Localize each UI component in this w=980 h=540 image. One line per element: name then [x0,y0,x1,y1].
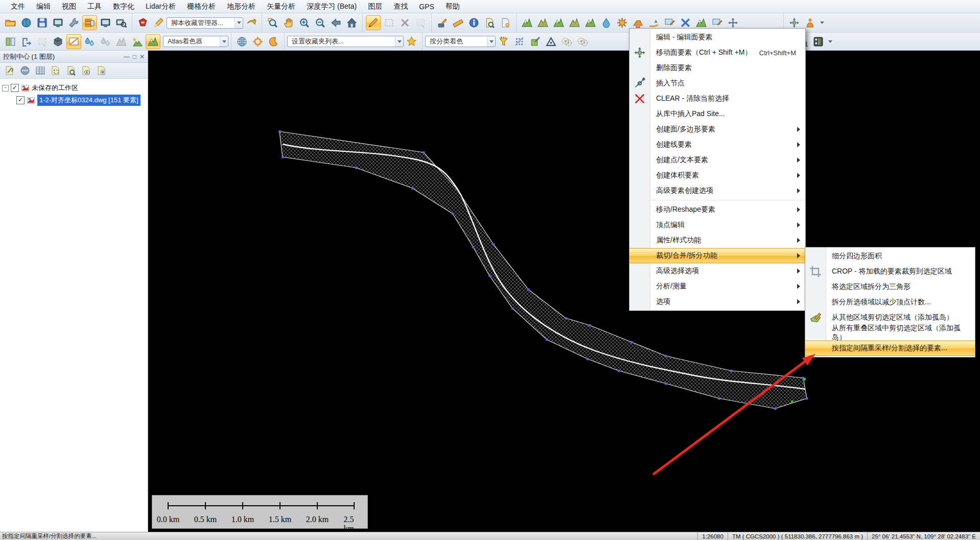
terrain-gray-button[interactable] [114,34,129,49]
view-3d-button[interactable] [51,34,65,49]
screen-capture-button[interactable] [114,15,129,30]
tin-triangle-button[interactable] [544,34,558,49]
measure-button[interactable] [451,15,465,30]
root-checkbox[interactable]: ✓ [11,84,19,92]
terrain-dashed-button[interactable] [567,15,582,30]
feature-info-button[interactable] [466,15,481,30]
config-button[interactable] [66,15,81,30]
menu-raster[interactable]: 栅格分析 [181,1,221,13]
terrain-contour-button[interactable] [535,15,550,30]
zoom-out-button[interactable] [313,15,328,30]
ctx-item-vertex-edit[interactable]: 顶点编辑 [629,217,805,233]
ctx-item-attribute-style[interactable]: 属性/样式功能 [629,233,805,248]
grid-select-button[interactable] [512,34,527,49]
shader-combo[interactable]: Atlas着色器 [163,36,228,47]
menu-digitize[interactable]: 数字化 [107,1,140,13]
ctx-item-move-reshape[interactable]: 移动/Reshape要素 [629,202,805,217]
workspace-button[interactable] [51,15,65,30]
layer-zoom-button[interactable] [64,64,78,77]
paste-ghost-button[interactable] [413,15,428,30]
tree-root-row[interactable]: − ✓ 未保存的工作区 [2,82,146,94]
color-picker-button[interactable] [528,34,543,49]
toolbar-overflow-icon[interactable] [819,16,825,30]
menu-search[interactable]: 查找 [388,1,413,13]
ctx-item-pad-site[interactable]: 从库中插入Pad Site... [629,106,805,122]
zoom-rect-button[interactable] [265,15,280,30]
previous-view-button[interactable] [329,15,343,30]
sun-shading-button[interactable] [615,15,629,30]
terrain-view-button[interactable] [146,34,160,49]
layer-checkbox[interactable]: ✓ [16,96,25,104]
tree-expander-icon[interactable]: − [2,85,9,92]
projection-gear-button[interactable] [250,34,265,49]
watershed-button[interactable] [599,15,614,30]
favorite-star-button[interactable] [404,34,419,49]
menu-view[interactable]: 视图 [56,1,82,13]
ctx-item-clear[interactable]: CLEAR - 清除当前选择 [629,91,805,106]
menu-vector[interactable]: 矢量分析 [261,1,301,13]
menu-help[interactable]: 帮助 [440,1,465,13]
ctx-item-advanced-selection[interactable]: 高级选择选项 [629,263,805,279]
classify-combo[interactable]: 按分类着色 [425,36,496,47]
sub-item-cut-from-other[interactable]: 从其他区域剪切选定区域（添加孤岛） [805,310,975,325]
more-options-button[interactable] [18,64,32,77]
menu-lidar[interactable]: Lidar分析 [140,1,181,13]
ctx-item-insert-node[interactable]: 插入节点 [629,76,805,91]
sub-item-cut-from-overlapping[interactable]: 从所有重叠区域中剪切选定区域（添加孤岛） [805,325,975,341]
script-run-button[interactable] [244,15,259,30]
control-center-button[interactable] [82,15,97,30]
script-edit-button[interactable] [151,15,166,30]
import-ghost-button[interactable] [35,34,50,49]
menu-deep-learning[interactable]: 深度学习 (Beta) [301,1,362,13]
terrain-peak-button[interactable] [551,15,566,30]
overlay-window-button[interactable] [98,15,113,30]
panel-minimize-button[interactable]: ― [124,53,130,60]
open-folder-button[interactable] [3,15,18,30]
panel-maximize-button[interactable]: □ [133,53,136,60]
toolbar2-overflow-icon[interactable] [827,35,833,48]
attribute-paint-button[interactable] [435,15,450,30]
classify-dropdown-icon[interactable] [487,36,495,47]
menu-gps[interactable]: GPS [413,1,440,12]
sub-item-crop-loaded[interactable]: CROP - 将加载的要素裁剪到选定区域 [805,264,975,279]
ctx-item-move-area[interactable]: 移动面要素（Ctrl + Shift +M） Ctrl+Shift+M [629,45,805,60]
panel-close-button[interactable]: ✕ [139,53,145,60]
night-mode-button[interactable] [266,34,281,49]
ctx-item-create-area[interactable]: 创建面/多边形要素 [629,122,805,137]
save-button[interactable] [35,15,50,30]
sub-item-split-reduce-vertices[interactable]: 拆分所选领域以减少顶点计数... [805,295,975,310]
cluster-join-button[interactable] [559,34,574,49]
favorites-combo[interactable]: 设置收藏夹列表... [287,36,404,47]
zoom-in-button[interactable] [297,15,312,30]
ctx-item-create-volume[interactable]: 创建体积要素 [629,168,805,183]
ctx-item-delete-area[interactable]: 删除面要素 [629,60,805,76]
menu-file[interactable]: 文件 [5,1,31,13]
tile-windows-button[interactable] [3,34,18,49]
menu-layers[interactable]: 图层 [362,1,388,13]
drops-blue-button[interactable] [82,34,97,49]
terrain-shaded-button[interactable] [520,15,534,30]
layer-show-button[interactable] [80,64,93,77]
control-sliders-button[interactable] [811,34,826,49]
menu-terrain[interactable]: 地形分析 [221,1,261,13]
split-compare-button[interactable] [66,34,81,49]
script-manager-combo[interactable]: 脚本收藏管理器... [167,17,243,29]
classify-funnel-button[interactable] [496,34,511,49]
open-online-button[interactable] [19,15,34,30]
ctx-item-crop-combine-split[interactable]: 裁切/合并/拆分功能 [629,248,805,263]
sub-item-split-triangles[interactable]: 将选定区域拆分为三角形 [805,279,975,295]
sub-item-subdivide-quad[interactable]: 细分四边形面积 [805,249,975,264]
search-doc-button[interactable] [482,15,497,30]
ctx-item-edit-area[interactable]: 编辑 - 编辑面要素 [629,30,805,45]
export-layer-button[interactable] [19,34,34,49]
delete-selected-button[interactable] [398,15,412,30]
select-marquee-button[interactable] [382,15,396,30]
ctx-item-analysis-measure[interactable]: 分析/测量 [629,279,805,294]
ctx-item-options[interactable]: 选项 [629,294,805,309]
layer-options-button[interactable] [3,64,16,77]
sub-item-resample-split[interactable]: 按指定间隔重采样/分割选择的要素... [805,341,975,356]
favorites-dropdown-icon[interactable] [395,36,403,47]
doc-settings-button[interactable] [498,15,513,30]
ctx-item-advanced-create[interactable]: 高级要素创建选项 [629,183,805,198]
globe-grid-button[interactable] [235,34,249,49]
